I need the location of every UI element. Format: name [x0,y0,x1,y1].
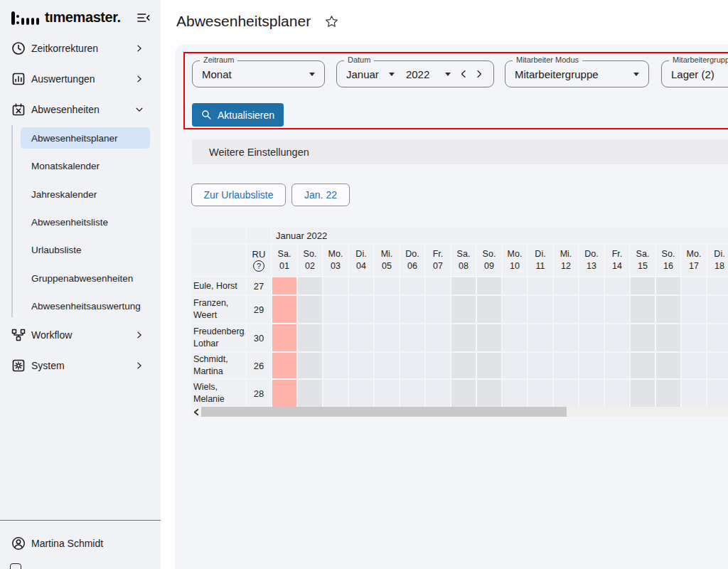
planner-day-cell[interactable] [605,324,629,351]
mitarbeiter-modus-select[interactable]: Mitarbeiter Modus Mitarbeitergruppe [505,60,649,87]
sidebar-item-workflow[interactable]: Workflow [0,325,161,345]
planner-day-cell[interactable] [605,277,629,294]
planner-day-cell[interactable] [503,324,527,351]
planner-day-cell[interactable] [503,277,527,294]
planner-day-cell[interactable] [426,353,450,378]
month-select[interactable]: Januar [346,68,379,80]
sidebar-item-abwesenheitsliste[interactable]: Abwesenheitsliste [31,213,108,230]
user-menu[interactable]: Martina Schmidt [0,533,161,553]
previous-period-icon[interactable] [458,67,469,81]
planner-day-cell[interactable] [375,296,399,323]
mitarbeitergruppe-select[interactable]: Mitarbeitergruppe Lager (2) [661,60,728,87]
planner-day-cell[interactable] [451,380,476,407]
planner-day-cell[interactable] [554,296,578,323]
planner-day-cell[interactable] [298,353,322,378]
planner-day-cell[interactable] [298,324,322,351]
sidebar-item-abwesenheitsauswertung[interactable]: Abwesenheitsauswertung [31,297,141,314]
planner-day-cell[interactable] [400,296,424,323]
planner-day-cell[interactable] [707,353,728,378]
planner-day-cell[interactable] [579,353,604,378]
planner-day-cell[interactable] [579,277,604,294]
planner-day-cell[interactable] [426,296,450,323]
planner-day-cell[interactable] [605,380,629,407]
planner-day-cell[interactable] [298,380,322,407]
planner-day-cell[interactable] [426,324,450,351]
planner-day-cell[interactable] [682,296,706,323]
planner-day-cell[interactable] [656,324,680,351]
planner-day-cell[interactable] [579,380,604,407]
planner-day-cell[interactable] [323,324,348,351]
planner-day-cell[interactable] [477,380,501,407]
planner-day-cell[interactable] [554,324,578,351]
zeitraum-select[interactable]: Zeitraum Monat [192,60,325,87]
planner-day-cell[interactable] [682,353,706,378]
planner-day-cell[interactable] [528,324,552,351]
sidebar-item-jahreskalender[interactable]: Jahreskalender [31,186,97,203]
planner-day-cell[interactable] [477,324,501,351]
planner-day-cell[interactable] [272,353,296,378]
sidebar-item-system[interactable]: System [0,356,161,376]
planner-day-cell[interactable] [349,380,373,407]
planner-day-cell[interactable] [477,296,501,323]
sidebar-item-abwesenheitsplaner[interactable]: Abwesenheitsplaner [21,127,150,149]
sidebar-item-gruppenabwesenheiten[interactable]: Gruppenabwesenheiten [31,270,133,287]
weitere-einstellungen-expander[interactable]: Weitere Einstellungen [192,139,728,164]
planner-day-cell[interactable] [272,296,296,323]
planner-day-cell[interactable] [605,353,629,378]
planner-day-cell[interactable] [656,380,680,407]
sidebar-item-abwesenheiten[interactable]: Abwesenheiten [0,100,161,119]
planner-day-cell[interactable] [298,277,322,294]
planner-day-cell[interactable] [682,277,706,294]
planner-day-cell[interactable] [707,277,728,294]
month-shortcut-button[interactable]: Jan. 22 [291,184,350,206]
planner-day-cell[interactable] [323,277,348,294]
planner-day-cell[interactable] [682,380,706,407]
planner-day-cell[interactable] [375,380,399,407]
planner-day-cell[interactable] [503,353,527,378]
scrollbar-track[interactable] [201,407,728,417]
sidebar-item-auswertungen[interactable]: Auswertungen [0,69,161,89]
planner-day-cell[interactable] [349,353,373,378]
planner-day-cell[interactable] [656,353,680,378]
aktualisieren-button[interactable]: Aktualisieren [192,103,284,127]
planner-day-cell[interactable] [707,324,728,351]
favorite-star-icon[interactable] [325,15,338,28]
ru-help-icon[interactable]: ? [253,260,264,272]
planner-day-cell[interactable] [323,380,348,407]
planner-day-cell[interactable] [707,296,728,323]
planner-day-cell[interactable] [528,296,552,323]
planner-day-cell[interactable] [400,380,424,407]
planner-day-cell[interactable] [477,353,501,378]
planner-day-cell[interactable] [298,296,322,323]
planner-day-cell[interactable] [579,324,604,351]
planner-day-cell[interactable] [631,277,655,294]
planner-day-cell[interactable] [631,353,655,378]
planner-day-cell[interactable] [375,277,399,294]
scrollbar-thumb[interactable] [201,407,567,417]
planner-day-cell[interactable] [707,380,728,407]
dropdown-caret-icon[interactable] [445,73,451,76]
planner-day-cell[interactable] [451,353,476,378]
planner-day-cell[interactable] [349,296,373,323]
planner-day-cell[interactable] [656,277,680,294]
planner-day-cell[interactable] [349,277,373,294]
planner-day-cell[interactable] [451,324,476,351]
planner-day-cell[interactable] [528,353,552,378]
planner-day-cell[interactable] [400,353,424,378]
planner-day-cell[interactable] [272,380,296,407]
planner-day-cell[interactable] [656,296,680,323]
planner-day-cell[interactable] [272,277,296,294]
planner-day-cell[interactable] [426,380,450,407]
planner-day-cell[interactable] [631,380,655,407]
planner-day-cell[interactable] [400,277,424,294]
planner-day-cell[interactable] [503,296,527,323]
planner-day-cell[interactable] [451,277,476,294]
planner-day-cell[interactable] [605,296,629,323]
planner-day-cell[interactable] [349,324,373,351]
planner-day-cell[interactable] [426,277,450,294]
sidebar-item-urlaubsliste[interactable]: Urlaubsliste [31,241,82,258]
planner-day-cell[interactable] [503,380,527,407]
planner-day-cell[interactable] [554,353,578,378]
planner-day-cell[interactable] [579,296,604,323]
planner-day-cell[interactable] [682,324,706,351]
